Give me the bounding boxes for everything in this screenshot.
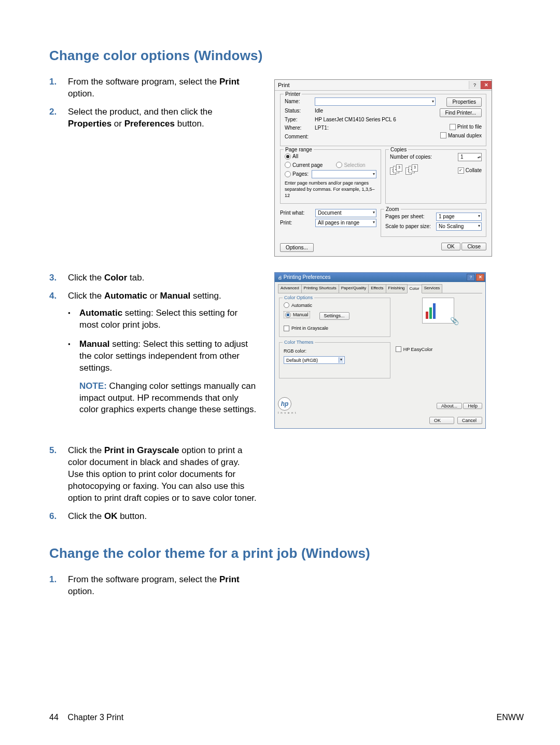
scale-select[interactable]: No Scaling (436, 222, 482, 231)
t: From the software program, select the (68, 77, 219, 87)
label: Status: (285, 107, 312, 115)
fieldset-color-themes: Color Themes (283, 339, 315, 345)
tab-advanced[interactable]: Advanced (278, 284, 302, 293)
t: From the software program, select the (68, 574, 219, 584)
find-printer-button[interactable]: Find Printer... (440, 108, 482, 118)
collate-icon: 123 123 (390, 164, 412, 177)
t: Print (219, 574, 240, 584)
step-num: 5. (49, 445, 68, 504)
t: 1 (460, 153, 464, 161)
t: Color (104, 273, 127, 283)
page-number: 44 (49, 713, 59, 722)
easycolor-checkbox[interactable]: HP EasyColor (396, 346, 481, 353)
step-num: 2. (49, 106, 68, 130)
preferences-dialog: 🖨 Printing Preferences ? ✕ Advanced Prin… (274, 272, 486, 429)
label: Type: (285, 116, 312, 123)
footer-right: ENWW (497, 712, 524, 723)
dialog-titlebar: Print ? ✕ (275, 80, 492, 91)
label: Where: (285, 124, 312, 132)
t: setting. (190, 291, 221, 301)
radio-pages[interactable]: Pages: (285, 171, 309, 178)
print-range-select[interactable]: All pages in range (315, 219, 376, 227)
tab-services[interactable]: Services (422, 284, 443, 293)
pages-per-sheet-select[interactable]: 1 page (436, 213, 482, 221)
t: Print in Grayscale (291, 325, 328, 331)
ok-button[interactable]: OK (429, 417, 454, 424)
options-button[interactable]: Options... (280, 243, 314, 252)
t: Print (219, 77, 240, 87)
properties-button[interactable]: Properties (446, 97, 482, 107)
t: Pages: (292, 171, 309, 178)
tab-finishing[interactable]: Finishing (386, 284, 408, 293)
radio-current[interactable]: Current page (285, 162, 323, 169)
t: Manual (79, 339, 110, 349)
chapter: Chapter 3 Print (68, 713, 124, 722)
t: Manual (293, 312, 309, 318)
t: Properties (68, 119, 111, 129)
close-button[interactable]: ✕ (476, 274, 484, 281)
about-button[interactable]: About... (437, 403, 462, 409)
cancel-button[interactable]: Cancel (457, 417, 482, 424)
radio-manual[interactable]: Manual (284, 311, 310, 318)
tab-paper[interactable]: Paper/Quality (339, 284, 369, 293)
step-5: Click the Print in Grayscale option to p… (68, 445, 257, 504)
t: OK (104, 511, 118, 521)
note: NOTE: Changing color settings manually c… (79, 381, 257, 416)
tab-bar: Advanced Printing Shortcuts Paper/Qualit… (278, 284, 482, 293)
t: button. (175, 119, 204, 129)
t: option. (68, 89, 94, 99)
t: Default (sRGB) (286, 357, 318, 363)
settings-button[interactable]: Settings... (319, 312, 349, 319)
hint: Enter page numbers and/or page ranges se… (285, 180, 376, 199)
label: Comment: (285, 133, 312, 140)
value: Idle (315, 107, 323, 115)
tab-effects[interactable]: Effects (368, 284, 386, 293)
tab-shortcuts[interactable]: Printing Shortcuts (301, 284, 339, 293)
step-num: 3. (49, 272, 68, 284)
print-dialog: Print ? ✕ Printer Name: Status:Idle T (274, 79, 492, 257)
t: Selection (344, 162, 365, 169)
print-to-file-checkbox[interactable]: Print to file (450, 123, 482, 131)
t: No Scaling (439, 223, 464, 230)
dialog-title: Print (278, 81, 290, 89)
radio-automatic[interactable]: Automatic (284, 302, 386, 308)
help-button[interactable]: Help (463, 403, 482, 409)
close-button[interactable]: Close (461, 243, 486, 250)
help-button[interactable]: ? (467, 274, 475, 281)
manual-duplex-checkbox[interactable]: Manual duplex (440, 132, 482, 139)
bullet-automatic: Automatic setting: Select this setting f… (79, 307, 257, 331)
t: All pages in range (318, 219, 359, 227)
t: Print in Grayscale (104, 445, 179, 455)
fieldset-color-options: Color Options (283, 294, 314, 301)
label: Scale to paper size: (385, 223, 433, 230)
grayscale-checkbox[interactable]: Print in Grayscale (284, 325, 386, 331)
print-what-select[interactable]: Document (315, 209, 376, 217)
pages-input[interactable] (312, 170, 376, 178)
steps-3-4: 3. Click the Color tab. 4. Click the Aut… (49, 272, 257, 429)
step-num: 4. (49, 290, 68, 423)
collate-checkbox[interactable]: Collate (458, 167, 482, 174)
steps-1-2: 1. From the software program, select the… (49, 76, 257, 257)
dialog-title: Printing Preferences (284, 274, 331, 280)
t: option. (68, 586, 94, 596)
t: Click the (68, 291, 104, 301)
dialog-titlebar: 🖨 Printing Preferences ? ✕ (275, 273, 485, 282)
t: Automatic (79, 308, 122, 318)
t: Collate (466, 167, 482, 174)
copies-spinner[interactable]: 1 (458, 153, 482, 161)
ok-button[interactable]: OK (441, 243, 460, 250)
radio-all[interactable]: All (285, 153, 298, 160)
t: tab. (127, 273, 144, 283)
close-button[interactable]: ✕ (480, 81, 492, 89)
t: or (147, 291, 160, 301)
help-button[interactable]: ? (469, 81, 480, 89)
note-label: NOTE: (79, 381, 107, 391)
tab-color[interactable]: Color (407, 285, 422, 293)
printer-name-select[interactable] (315, 97, 436, 106)
rgb-color-select[interactable]: Default (sRGB) (284, 356, 345, 364)
bullet-manual: Manual setting: Select this setting to a… (79, 339, 257, 416)
label: Print: (280, 219, 312, 227)
label: Number of copies: (390, 153, 432, 161)
radio-selection: Selection (336, 162, 365, 169)
preview-icon: 📎 (450, 316, 459, 326)
